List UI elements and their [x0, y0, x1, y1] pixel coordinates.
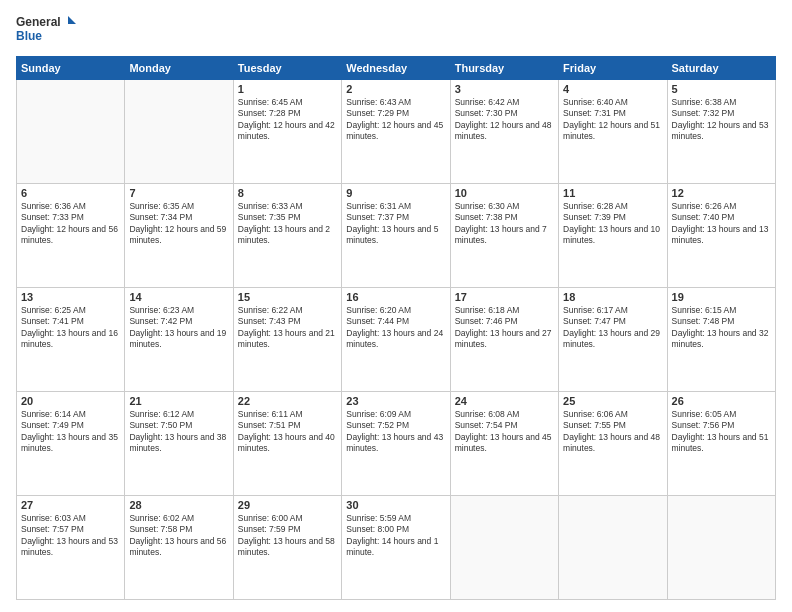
day-number: 29 — [238, 499, 337, 511]
logo-svg: General Blue — [16, 12, 76, 48]
calendar-cell: 17Sunrise: 6:18 AMSunset: 7:46 PMDayligh… — [450, 288, 558, 392]
cell-info: Sunrise: 6:05 AMSunset: 7:56 PMDaylight:… — [672, 409, 771, 455]
day-number: 14 — [129, 291, 228, 303]
calendar-cell: 12Sunrise: 6:26 AMSunset: 7:40 PMDayligh… — [667, 184, 775, 288]
day-number: 11 — [563, 187, 662, 199]
calendar-cell: 13Sunrise: 6:25 AMSunset: 7:41 PMDayligh… — [17, 288, 125, 392]
day-number: 27 — [21, 499, 120, 511]
calendar-table: SundayMondayTuesdayWednesdayThursdayFrid… — [16, 56, 776, 600]
calendar-cell — [450, 496, 558, 600]
calendar-cell: 8Sunrise: 6:33 AMSunset: 7:35 PMDaylight… — [233, 184, 341, 288]
calendar-cell: 15Sunrise: 6:22 AMSunset: 7:43 PMDayligh… — [233, 288, 341, 392]
calendar-cell: 18Sunrise: 6:17 AMSunset: 7:47 PMDayligh… — [559, 288, 667, 392]
calendar-cell: 9Sunrise: 6:31 AMSunset: 7:37 PMDaylight… — [342, 184, 450, 288]
header: General Blue — [16, 12, 776, 48]
calendar-cell: 5Sunrise: 6:38 AMSunset: 7:32 PMDaylight… — [667, 80, 775, 184]
day-number: 30 — [346, 499, 445, 511]
day-number: 7 — [129, 187, 228, 199]
day-number: 21 — [129, 395, 228, 407]
week-row-4: 20Sunrise: 6:14 AMSunset: 7:49 PMDayligh… — [17, 392, 776, 496]
cell-info: Sunrise: 6:36 AMSunset: 7:33 PMDaylight:… — [21, 201, 120, 247]
week-row-2: 6Sunrise: 6:36 AMSunset: 7:33 PMDaylight… — [17, 184, 776, 288]
weekday-header-monday: Monday — [125, 57, 233, 80]
day-number: 23 — [346, 395, 445, 407]
calendar-cell: 3Sunrise: 6:42 AMSunset: 7:30 PMDaylight… — [450, 80, 558, 184]
day-number: 5 — [672, 83, 771, 95]
svg-marker-2 — [68, 16, 76, 24]
page: General Blue SundayMondayTuesdayWednesda… — [0, 0, 792, 612]
svg-text:General: General — [16, 15, 61, 29]
week-row-3: 13Sunrise: 6:25 AMSunset: 7:41 PMDayligh… — [17, 288, 776, 392]
cell-info: Sunrise: 6:31 AMSunset: 7:37 PMDaylight:… — [346, 201, 445, 247]
cell-info: Sunrise: 6:22 AMSunset: 7:43 PMDaylight:… — [238, 305, 337, 351]
cell-info: Sunrise: 6:09 AMSunset: 7:52 PMDaylight:… — [346, 409, 445, 455]
day-number: 20 — [21, 395, 120, 407]
calendar-cell: 27Sunrise: 6:03 AMSunset: 7:57 PMDayligh… — [17, 496, 125, 600]
day-number: 15 — [238, 291, 337, 303]
cell-info: Sunrise: 6:17 AMSunset: 7:47 PMDaylight:… — [563, 305, 662, 351]
calendar-cell: 14Sunrise: 6:23 AMSunset: 7:42 PMDayligh… — [125, 288, 233, 392]
day-number: 19 — [672, 291, 771, 303]
cell-info: Sunrise: 6:23 AMSunset: 7:42 PMDaylight:… — [129, 305, 228, 351]
cell-info: Sunrise: 6:40 AMSunset: 7:31 PMDaylight:… — [563, 97, 662, 143]
day-number: 4 — [563, 83, 662, 95]
calendar-cell: 29Sunrise: 6:00 AMSunset: 7:59 PMDayligh… — [233, 496, 341, 600]
day-number: 28 — [129, 499, 228, 511]
calendar-cell: 4Sunrise: 6:40 AMSunset: 7:31 PMDaylight… — [559, 80, 667, 184]
weekday-header-saturday: Saturday — [667, 57, 775, 80]
cell-info: Sunrise: 6:33 AMSunset: 7:35 PMDaylight:… — [238, 201, 337, 247]
cell-info: Sunrise: 5:59 AMSunset: 8:00 PMDaylight:… — [346, 513, 445, 559]
cell-info: Sunrise: 6:43 AMSunset: 7:29 PMDaylight:… — [346, 97, 445, 143]
calendar-cell: 23Sunrise: 6:09 AMSunset: 7:52 PMDayligh… — [342, 392, 450, 496]
cell-info: Sunrise: 6:26 AMSunset: 7:40 PMDaylight:… — [672, 201, 771, 247]
day-number: 3 — [455, 83, 554, 95]
cell-info: Sunrise: 6:11 AMSunset: 7:51 PMDaylight:… — [238, 409, 337, 455]
day-number: 18 — [563, 291, 662, 303]
cell-info: Sunrise: 6:35 AMSunset: 7:34 PMDaylight:… — [129, 201, 228, 247]
weekday-header-friday: Friday — [559, 57, 667, 80]
calendar-cell — [17, 80, 125, 184]
weekday-header-thursday: Thursday — [450, 57, 558, 80]
day-number: 12 — [672, 187, 771, 199]
calendar-cell — [125, 80, 233, 184]
cell-info: Sunrise: 6:15 AMSunset: 7:48 PMDaylight:… — [672, 305, 771, 351]
cell-info: Sunrise: 6:14 AMSunset: 7:49 PMDaylight:… — [21, 409, 120, 455]
calendar-cell: 1Sunrise: 6:45 AMSunset: 7:28 PMDaylight… — [233, 80, 341, 184]
calendar-cell — [667, 496, 775, 600]
calendar-cell — [559, 496, 667, 600]
cell-info: Sunrise: 6:38 AMSunset: 7:32 PMDaylight:… — [672, 97, 771, 143]
logo: General Blue — [16, 12, 76, 48]
cell-info: Sunrise: 6:20 AMSunset: 7:44 PMDaylight:… — [346, 305, 445, 351]
cell-info: Sunrise: 6:28 AMSunset: 7:39 PMDaylight:… — [563, 201, 662, 247]
weekday-header-wednesday: Wednesday — [342, 57, 450, 80]
calendar-cell: 6Sunrise: 6:36 AMSunset: 7:33 PMDaylight… — [17, 184, 125, 288]
cell-info: Sunrise: 6:25 AMSunset: 7:41 PMDaylight:… — [21, 305, 120, 351]
calendar-cell: 11Sunrise: 6:28 AMSunset: 7:39 PMDayligh… — [559, 184, 667, 288]
calendar-cell: 28Sunrise: 6:02 AMSunset: 7:58 PMDayligh… — [125, 496, 233, 600]
cell-info: Sunrise: 6:30 AMSunset: 7:38 PMDaylight:… — [455, 201, 554, 247]
calendar-cell: 2Sunrise: 6:43 AMSunset: 7:29 PMDaylight… — [342, 80, 450, 184]
calendar-cell: 19Sunrise: 6:15 AMSunset: 7:48 PMDayligh… — [667, 288, 775, 392]
calendar-cell: 26Sunrise: 6:05 AMSunset: 7:56 PMDayligh… — [667, 392, 775, 496]
calendar-cell: 30Sunrise: 5:59 AMSunset: 8:00 PMDayligh… — [342, 496, 450, 600]
calendar-cell: 7Sunrise: 6:35 AMSunset: 7:34 PMDaylight… — [125, 184, 233, 288]
calendar-cell: 22Sunrise: 6:11 AMSunset: 7:51 PMDayligh… — [233, 392, 341, 496]
day-number: 13 — [21, 291, 120, 303]
calendar-cell: 21Sunrise: 6:12 AMSunset: 7:50 PMDayligh… — [125, 392, 233, 496]
calendar-cell: 20Sunrise: 6:14 AMSunset: 7:49 PMDayligh… — [17, 392, 125, 496]
day-number: 26 — [672, 395, 771, 407]
day-number: 22 — [238, 395, 337, 407]
weekday-header-tuesday: Tuesday — [233, 57, 341, 80]
day-number: 10 — [455, 187, 554, 199]
cell-info: Sunrise: 6:08 AMSunset: 7:54 PMDaylight:… — [455, 409, 554, 455]
week-row-5: 27Sunrise: 6:03 AMSunset: 7:57 PMDayligh… — [17, 496, 776, 600]
cell-info: Sunrise: 6:00 AMSunset: 7:59 PMDaylight:… — [238, 513, 337, 559]
weekday-header-sunday: Sunday — [17, 57, 125, 80]
svg-text:Blue: Blue — [16, 29, 42, 43]
cell-info: Sunrise: 6:12 AMSunset: 7:50 PMDaylight:… — [129, 409, 228, 455]
calendar-cell: 24Sunrise: 6:08 AMSunset: 7:54 PMDayligh… — [450, 392, 558, 496]
cell-info: Sunrise: 6:18 AMSunset: 7:46 PMDaylight:… — [455, 305, 554, 351]
day-number: 16 — [346, 291, 445, 303]
cell-info: Sunrise: 6:06 AMSunset: 7:55 PMDaylight:… — [563, 409, 662, 455]
day-number: 24 — [455, 395, 554, 407]
